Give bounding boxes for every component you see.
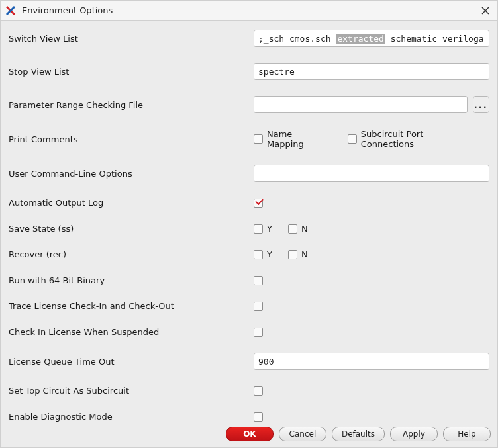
enable-diag-checkbox[interactable] [254,412,263,422]
param-range-file-input[interactable] [254,96,468,113]
trace-license-label: Trace License Check-In and Check-Out [9,301,254,311]
close-icon[interactable] [477,3,493,19]
defaults-button[interactable]: Defaults [332,427,385,441]
environment-options-window: Environment Options Switch View List ;_s… [0,0,498,448]
window-title: Environment Options [22,5,477,15]
switch-view-list-input[interactable]: ;_sch cmos.sch extracted schematic veril… [254,30,489,47]
license-queue-timeout-label: License Queue Time Out [9,357,254,367]
titlebar: Environment Options [1,1,497,21]
stop-view-list-input[interactable] [254,63,489,80]
checkin-suspended-checkbox[interactable] [254,328,263,337]
set-top-subcircuit-label: Set Top Circuit As Subcircuit [9,386,254,396]
save-state-n-label: N [301,224,308,234]
auto-output-log-checkbox[interactable] [254,199,263,208]
apply-button[interactable]: Apply [390,427,438,441]
cancel-button[interactable]: Cancel [279,427,326,441]
run-64bit-label: Run with 64-Bit Binary [9,275,254,285]
name-mapping-label: Name Mapping [267,129,332,149]
subcircuit-port-checkbox[interactable] [348,134,357,144]
switch-view-selected: extracted [336,34,385,44]
browse-button[interactable]: ... [473,96,489,113]
auto-output-log-label: Automatic Output Log [9,198,254,208]
trace-license-checkbox[interactable] [254,302,263,311]
app-icon [5,5,17,17]
recover-y-label: Y [267,249,272,259]
recover-y-checkbox[interactable] [254,250,263,259]
param-range-file-label: Parameter Range Checking File [9,100,254,110]
switch-view-prefix: ;_sch cmos.sch [258,34,336,44]
enable-diag-label: Enable Diagnostic Mode [9,412,254,422]
set-top-subcircuit-checkbox[interactable] [254,386,263,396]
button-bar: OK Cancel Defaults Apply Help [1,426,497,447]
save-state-n-checkbox[interactable] [288,224,297,234]
help-button[interactable]: Help [443,427,491,441]
checkin-suspended-label: Check In License When Suspended [9,327,254,337]
user-cli-label: User Command-Line Options [9,169,254,179]
name-mapping-checkbox[interactable] [254,134,263,144]
user-cli-input[interactable] [254,165,489,182]
recover-n-label: N [301,249,308,259]
license-queue-timeout-input[interactable] [254,353,489,370]
save-state-y-label: Y [267,224,272,234]
ok-button[interactable]: OK [226,427,274,441]
subcircuit-port-label: Subcircuit Port Connections [361,129,479,149]
form-content: Switch View List ;_sch cmos.sch extracte… [1,21,497,426]
switch-view-suffix: schematic veriloga [385,34,484,44]
switch-view-list-label: Switch View List [9,34,254,44]
stop-view-list-label: Stop View List [9,67,254,77]
recover-label: Recover (rec) [9,249,254,259]
recover-n-checkbox[interactable] [288,250,297,259]
save-state-y-checkbox[interactable] [254,224,263,234]
save-state-label: Save State (ss) [9,224,254,234]
print-comments-label: Print Comments [9,134,254,144]
run-64bit-checkbox[interactable] [254,276,263,285]
